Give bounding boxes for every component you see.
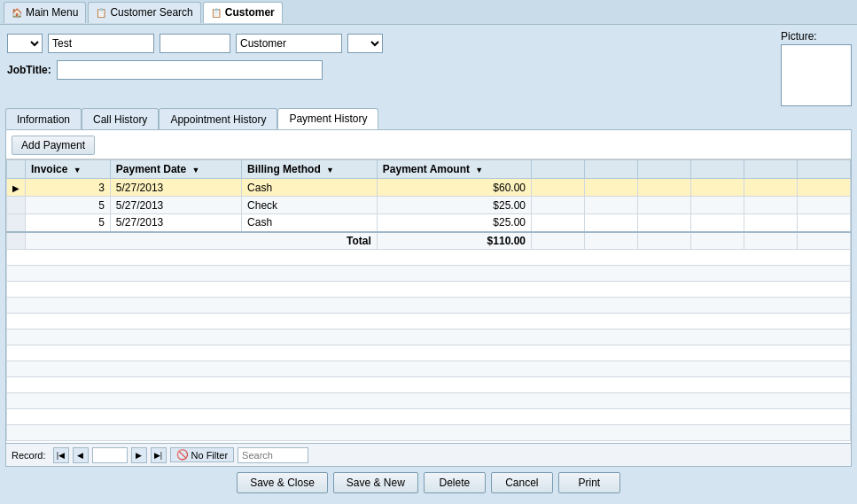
payment-table: Invoice ▼ Payment Date ▼ Billing Method …	[6, 159, 851, 441]
row2-ext6	[798, 197, 851, 214]
row3-ext1	[532, 214, 585, 232]
customer-header-row	[5, 30, 775, 57]
empty-row	[7, 393, 851, 409]
row1-ext4	[691, 179, 744, 197]
col-extra4	[691, 160, 744, 179]
tab-appointment-history[interactable]: Appointment History	[159, 108, 277, 129]
row1-ext3	[638, 179, 691, 197]
total-label: Total	[26, 232, 378, 250]
amount-sort-arrow: ▼	[475, 166, 483, 174]
row-arrow-2	[7, 197, 26, 214]
col-extra5	[744, 160, 798, 179]
tab-customer-search[interactable]: 📋 Customer Search	[88, 2, 200, 23]
row2-amount: $25.00	[377, 197, 531, 214]
customer-firstname-input[interactable]	[48, 34, 154, 53]
row2-ext5	[744, 197, 798, 214]
row3-amount: $25.00	[377, 214, 531, 232]
main-menu-icon: 🏠	[12, 8, 22, 18]
row2-ext1	[532, 197, 585, 214]
customer-search-icon: 📋	[96, 8, 106, 18]
picture-label: Picture:	[781, 30, 817, 43]
col-date-label: Payment Date	[116, 163, 186, 175]
method-sort-arrow: ▼	[326, 166, 334, 174]
jobtitle-row: JobTitle:	[5, 60, 775, 80]
row2-date: 5/27/2013	[110, 197, 241, 214]
nav-prev-button[interactable]: ◀	[73, 447, 89, 463]
empty-row	[7, 330, 851, 345]
customer-type-input[interactable]	[236, 34, 342, 53]
empty-row	[7, 250, 851, 266]
col-payment-amount[interactable]: Payment Amount ▼	[377, 160, 531, 179]
col-method-label: Billing Method	[247, 163, 321, 175]
col-amount-label: Payment Amount	[383, 163, 470, 175]
print-button[interactable]: Print	[558, 472, 620, 493]
col-extra6	[798, 160, 851, 179]
customer-suffix-dropdown[interactable]	[347, 34, 383, 53]
row3-invoice: 5	[26, 214, 111, 232]
tab-customer[interactable]: 📋 Customer	[203, 2, 283, 23]
empty-row	[7, 425, 851, 441]
empty-row	[7, 282, 851, 298]
tab-information[interactable]: Information	[5, 108, 82, 129]
empty-row	[7, 298, 851, 314]
total-ext3	[638, 232, 691, 250]
row3-ext5	[744, 214, 798, 232]
row3-ext3	[638, 214, 691, 232]
col-marker	[7, 160, 26, 179]
row2-ext3	[638, 197, 691, 214]
total-ext5	[744, 232, 798, 250]
col-extra1	[532, 160, 585, 179]
jobtitle-input[interactable]	[57, 60, 323, 80]
customer-label: Customer	[225, 6, 275, 19]
col-extra2	[585, 160, 638, 179]
customer-icon: 📋	[211, 8, 222, 18]
filter-icon: 🚫	[176, 449, 189, 461]
row3-ext6	[798, 214, 851, 232]
col-extra3	[638, 160, 691, 179]
nav-next-button[interactable]: ▶	[131, 447, 147, 463]
tab-main-menu[interactable]: 🏠 Main Menu	[4, 2, 86, 23]
delete-button[interactable]: Delete	[424, 472, 486, 493]
record-search-input[interactable]	[238, 447, 308, 463]
row-arrow-3	[7, 214, 26, 232]
table-scroll[interactable]: Invoice ▼ Payment Date ▼ Billing Method …	[6, 159, 851, 443]
nav-last-button[interactable]: ▶|	[151, 447, 167, 463]
picture-box: Picture:	[781, 30, 852, 106]
no-filter-button[interactable]: 🚫 No Filter	[170, 447, 235, 462]
nav-position-input[interactable]	[92, 447, 128, 463]
col-invoice[interactable]: Invoice ▼	[26, 160, 111, 179]
row1-ext5	[744, 179, 798, 197]
save-close-button[interactable]: Save & Close	[237, 472, 328, 493]
save-new-button[interactable]: Save & New	[333, 472, 418, 493]
empty-row	[7, 361, 851, 377]
customer-lastname-input[interactable]	[160, 34, 230, 53]
tabs-container: Information Call History Appointment His…	[5, 108, 852, 129]
cancel-button[interactable]: Cancel	[491, 472, 553, 493]
add-payment-button[interactable]: Add Payment	[12, 136, 95, 155]
date-sort-arrow: ▼	[192, 166, 200, 174]
tab-payment-history[interactable]: Payment History	[277, 108, 378, 129]
invoice-sort-arrow: ▼	[74, 166, 82, 174]
empty-row	[7, 377, 851, 393]
row2-method: Check	[242, 197, 378, 214]
row2-ext2	[585, 197, 638, 214]
panel-toolbar: Add Payment	[6, 130, 851, 159]
record-label: Record:	[12, 450, 46, 461]
payment-panel: Add Payment Invoice ▼ Payment Date ▼	[5, 129, 852, 467]
table-row[interactable]: 5 5/27/2013 Cash $25.00	[7, 214, 851, 232]
row1-method: Cash	[242, 179, 378, 197]
total-amount: $110.00	[377, 232, 531, 250]
customer-prefix-dropdown[interactable]	[7, 34, 43, 53]
row1-invoice: 3	[26, 179, 111, 197]
tab-call-history[interactable]: Call History	[82, 108, 159, 129]
table-row[interactable]: ▶ 3 5/27/2013 Cash $60.00	[7, 179, 851, 197]
customer-form-area: JobTitle:	[5, 30, 775, 83]
col-payment-date[interactable]: Payment Date ▼	[110, 160, 241, 179]
col-billing-method[interactable]: Billing Method ▼	[242, 160, 378, 179]
empty-row	[7, 409, 851, 425]
table-row[interactable]: 5 5/27/2013 Check $25.00	[7, 197, 851, 214]
bottom-bar: Save & Close Save & New Delete Cancel Pr…	[5, 467, 852, 499]
total-ext2	[585, 232, 638, 250]
no-filter-label: No Filter	[191, 450, 229, 461]
nav-first-button[interactable]: |◀	[53, 447, 69, 463]
